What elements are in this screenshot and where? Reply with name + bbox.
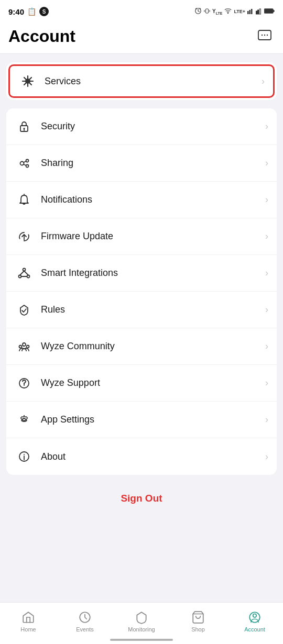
- sharing-arrow: ›: [265, 158, 268, 169]
- svg-rect-7: [258, 10, 259, 14]
- home-icon: [21, 610, 35, 624]
- sharing-label: Sharing: [41, 158, 265, 169]
- signal-bars2-icon: [256, 7, 262, 16]
- signal-bars-icon: [247, 7, 254, 16]
- lte-icon: LTE+: [234, 9, 245, 14]
- nav-shop[interactable]: Shop: [170, 607, 226, 636]
- nav-home[interactable]: Home: [0, 607, 57, 636]
- community-icon: [15, 337, 34, 356]
- svg-point-14: [267, 35, 268, 36]
- support-icon: [15, 374, 34, 393]
- content-area: Services › Security ›: [0, 54, 283, 578]
- security-icon: [15, 117, 34, 136]
- status-time: 9:40 📋 S: [8, 7, 49, 16]
- security-label: Security: [41, 121, 265, 132]
- app-settings-arrow: ›: [265, 414, 268, 425]
- integrations-arrow: ›: [265, 268, 268, 279]
- notifications-label: Notifications: [41, 194, 265, 205]
- sharing-item[interactable]: Sharing ›: [6, 145, 277, 182]
- vibrate-icon: [204, 7, 210, 16]
- services-icon: [18, 72, 37, 91]
- bottom-nav: Home Events Monitoring Shop Account: [0, 602, 283, 644]
- nav-shop-label: Shop: [191, 626, 205, 632]
- app-settings-label: App Settings: [41, 414, 265, 425]
- clipboard-icon: 📋: [27, 7, 36, 16]
- svg-rect-3: [247, 11, 249, 14]
- sharing-icon: [15, 154, 34, 173]
- notifications-arrow: ›: [265, 194, 268, 205]
- monitoring-icon: [135, 610, 148, 624]
- firmware-icon: [15, 227, 34, 246]
- svg-point-12: [262, 35, 263, 36]
- signal-lte-icon: YLTE: [212, 8, 222, 15]
- security-item[interactable]: Security ›: [6, 108, 277, 145]
- svg-point-40: [24, 454, 25, 455]
- events-icon: [78, 610, 92, 624]
- app-settings-icon: [15, 410, 34, 429]
- page-title: Account: [8, 27, 75, 46]
- shop-icon: [191, 610, 205, 624]
- svg-rect-10: [265, 9, 273, 13]
- nav-home-label: Home: [20, 626, 36, 632]
- shazam-icon: S: [39, 7, 49, 16]
- svg-point-19: [20, 161, 24, 165]
- svg-line-22: [24, 161, 26, 162]
- nav-account-label: Account: [244, 626, 265, 632]
- services-card: Services ›: [6, 62, 277, 100]
- support-item[interactable]: Wyze Support ›: [6, 365, 277, 402]
- services-item[interactable]: Services ›: [8, 64, 275, 98]
- community-label: Wyze Community: [41, 341, 265, 352]
- rules-icon: [15, 301, 34, 319]
- svg-line-29: [20, 271, 24, 275]
- about-item[interactable]: About ›: [6, 438, 277, 475]
- battery-icon: [264, 8, 275, 15]
- account-icon: [248, 610, 262, 624]
- services-label: Services: [45, 76, 262, 87]
- status-icons: YLTE LTE+: [194, 7, 275, 16]
- about-label: About: [41, 451, 265, 462]
- svg-point-21: [26, 164, 29, 167]
- svg-point-13: [264, 35, 265, 36]
- notifications-item[interactable]: Notifications ›: [6, 182, 277, 218]
- svg-rect-4: [249, 10, 251, 14]
- nav-account[interactable]: Account: [226, 607, 283, 636]
- svg-rect-5: [251, 9, 253, 14]
- header: Account: [0, 21, 283, 54]
- nav-monitoring[interactable]: Monitoring: [113, 607, 170, 636]
- about-icon: [15, 447, 34, 466]
- svg-point-20: [26, 159, 29, 162]
- svg-point-2: [228, 13, 228, 14]
- svg-rect-6: [256, 11, 257, 14]
- status-bar: 9:40 📋 S YLTE LTE+: [0, 0, 283, 21]
- svg-point-33: [19, 345, 22, 348]
- nav-events-label: Events: [76, 626, 94, 632]
- menu-card-main: Security › Sharing ›: [6, 108, 277, 475]
- firmware-item[interactable]: Firmware Update ›: [6, 218, 277, 255]
- home-indicator: [110, 639, 173, 641]
- sign-out-button[interactable]: Sign Out: [105, 487, 178, 509]
- community-arrow: ›: [265, 341, 268, 352]
- svg-line-30: [24, 271, 28, 275]
- wifi-icon: [224, 7, 232, 16]
- integrations-item[interactable]: Smart Integrations ›: [6, 255, 277, 292]
- support-arrow: ›: [265, 377, 268, 388]
- svg-line-23: [24, 164, 26, 165]
- integrations-icon: [15, 264, 34, 283]
- app-settings-item[interactable]: App Settings ›: [6, 402, 277, 438]
- notifications-icon: [15, 191, 34, 209]
- svg-rect-1: [206, 9, 209, 13]
- integrations-label: Smart Integrations: [41, 268, 265, 279]
- sign-out-container: Sign Out: [6, 483, 277, 522]
- nav-monitoring-label: Monitoring: [128, 626, 155, 632]
- svg-point-34: [27, 345, 29, 348]
- about-arrow: ›: [265, 451, 268, 462]
- nav-events[interactable]: Events: [57, 607, 113, 636]
- rules-label: Rules: [41, 304, 265, 315]
- chat-button[interactable]: [255, 26, 275, 46]
- security-arrow: ›: [265, 121, 268, 132]
- community-item[interactable]: Wyze Community ›: [6, 328, 277, 365]
- rules-item[interactable]: Rules ›: [6, 292, 277, 328]
- firmware-label: Firmware Update: [41, 231, 265, 242]
- services-arrow: ›: [262, 76, 265, 87]
- support-label: Wyze Support: [41, 377, 265, 388]
